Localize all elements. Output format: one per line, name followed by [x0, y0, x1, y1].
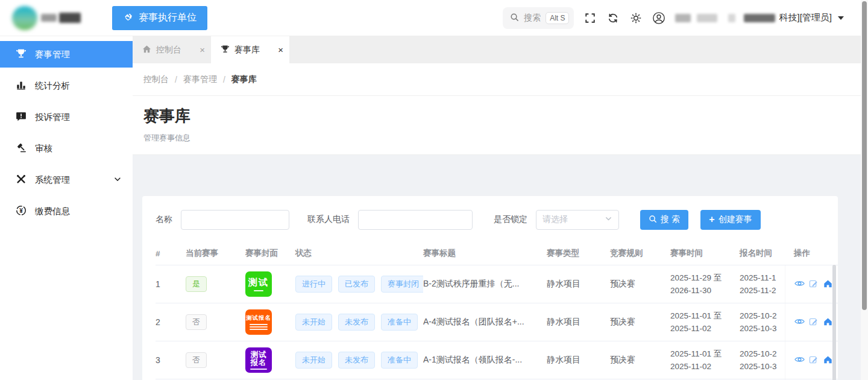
content-area: 名称 联系人电话 是否锁定 请选择 搜: [133, 189, 861, 380]
row-index: 1: [156, 279, 186, 289]
event-time: 2025-11-01 至2025-11-02: [670, 309, 740, 335]
top-header: 赛事执行单位 搜索 Alt S: [0, 0, 868, 36]
sidebar-item-payment[interactable]: ¥ 缴费信息: [0, 198, 133, 224]
caret-down-icon: [838, 16, 844, 20]
sidebar-item-label: 系统管理: [35, 174, 105, 186]
logo-mark: [12, 6, 37, 30]
plus-icon: +: [709, 215, 714, 224]
col-type: 赛事类型: [547, 242, 610, 265]
col-event-time: 赛事时间: [670, 242, 740, 265]
exec-unit-button[interactable]: 赛事执行单位: [112, 6, 207, 30]
complaint-bubble-icon: [16, 111, 27, 124]
handshake-icon: [123, 11, 134, 25]
event-cover[interactable]: 测试报名: [245, 347, 272, 373]
event-title: A-4测试报名（团队报名+...: [423, 317, 547, 328]
status-badge: 赛事封闭: [381, 276, 423, 293]
user-avatar-icon[interactable]: [652, 11, 665, 25]
col-title: 赛事标题: [423, 242, 547, 265]
status-badge: 已发布: [338, 276, 375, 293]
sidebar-item-event-management[interactable]: 赛事管理: [0, 41, 133, 68]
event-cover[interactable]: 测试报名: [245, 309, 272, 335]
table-row: 1 是 测试 进行中已发布赛事封闭 B-2测试秩序册重排（无... 静水项目 预…: [156, 265, 838, 303]
sidebar-item-label: 缴费信息: [35, 206, 122, 217]
view-icon[interactable]: [794, 355, 805, 366]
name-filter-input[interactable]: [181, 210, 289, 230]
competition-rule: 预决赛: [610, 279, 670, 290]
user-name-redacted: [728, 14, 735, 22]
select-placeholder: 请选择: [542, 214, 568, 225]
breadcrumb-item[interactable]: 赛事管理: [183, 74, 217, 85]
filter-bar: 名称 联系人电话 是否锁定 请选择 搜: [156, 209, 838, 230]
row-actions: [785, 303, 838, 341]
theme-brightness-icon[interactable]: [629, 11, 643, 25]
search-icon: [510, 13, 519, 24]
global-search[interactable]: 搜索 Alt S: [503, 7, 574, 29]
search-icon: [649, 215, 657, 225]
trophy-icon: [16, 48, 27, 61]
user-menu[interactable]: 科技][管理员]: [675, 12, 844, 24]
event-type: 静水项目: [547, 355, 610, 366]
sidebar-item-system[interactable]: 系统管理: [0, 166, 133, 193]
sidebar-item-label: 统计分析: [35, 80, 122, 92]
tab-event-library[interactable]: 赛事库 ×: [211, 36, 289, 63]
col-actions: 操作: [785, 242, 838, 265]
user-name-redacted: [697, 14, 717, 22]
tab-console[interactable]: 控制台 ×: [133, 36, 211, 63]
search-placeholder: 搜索: [524, 13, 541, 24]
fullscreen-icon[interactable]: [583, 11, 597, 25]
close-icon[interactable]: ×: [200, 45, 205, 54]
breadcrumb-separator: /: [223, 75, 225, 84]
status-badge: 准备中: [381, 352, 418, 369]
event-title: B-2测试秩序册重排（无...: [423, 279, 547, 290]
registration-time: 2025-10-22025-10-3: [740, 347, 785, 373]
edit-icon[interactable]: [809, 279, 819, 290]
chevron-down-icon: [605, 215, 612, 224]
view-icon[interactable]: [794, 317, 805, 328]
gavel-icon: [16, 142, 27, 155]
event-time: 2025-11-01 至2025-11-02: [670, 347, 740, 373]
status-badge: 进行中: [295, 276, 332, 293]
competition-rule: 预决赛: [610, 317, 670, 328]
search-button[interactable]: 搜 索: [640, 210, 688, 230]
sidebar-item-label: 赛事管理: [35, 49, 122, 60]
table-scrollbar[interactable]: [832, 265, 836, 380]
registration-time: 2025-11-12025-11-2: [740, 271, 785, 297]
close-icon[interactable]: ×: [278, 45, 283, 54]
view-icon[interactable]: [794, 279, 805, 290]
phone-filter-input[interactable]: [358, 210, 473, 230]
edit-icon[interactable]: [809, 355, 819, 366]
create-event-button[interactable]: + 创建赛事: [700, 210, 761, 230]
breadcrumb-item[interactable]: 控制台: [143, 74, 169, 85]
logo-text-redacted: [41, 14, 57, 22]
table-row: 3 否 测试报名 未开始未发布准备中 A-1测试报名（领队报名-... 静水项目…: [156, 341, 838, 379]
tab-label: 赛事库: [234, 45, 273, 55]
svg-text:¥: ¥: [19, 207, 23, 214]
breadcrumb-separator: /: [175, 75, 177, 84]
row-index: 3: [156, 355, 186, 365]
page-scrollbar-thumb[interactable]: [862, 1, 867, 310]
current-event-badge: 是: [186, 276, 207, 292]
status-tags: 未开始未发布准备中: [295, 352, 423, 369]
col-reg-time: 报名时间: [740, 242, 785, 265]
bar-chart-icon: [16, 80, 27, 92]
tab-bar: 控制台 × 赛事库 ×: [133, 36, 861, 63]
sidebar-item-label: 投诉管理: [35, 112, 122, 123]
event-type: 静水项目: [547, 317, 610, 328]
sidebar-item-statistics[interactable]: 统计分析: [0, 72, 133, 99]
refresh-icon[interactable]: [606, 11, 620, 25]
logo-text-redacted: [59, 13, 81, 23]
event-cover[interactable]: 测试: [245, 271, 272, 297]
sidebar-item-complaints[interactable]: 投诉管理: [0, 104, 133, 130]
main-area: 控制台 × 赛事库 × 控制台 / 赛事管理 / 赛事库 赛事库 管理赛事信: [133, 36, 861, 380]
current-event-badge: 否: [186, 314, 207, 330]
edit-icon[interactable]: [809, 317, 819, 328]
col-rule: 竞赛规则: [610, 242, 670, 265]
status-badge: 未开始: [295, 352, 332, 369]
lock-filter-select[interactable]: 请选择: [536, 210, 619, 230]
page-scrollbar[interactable]: [861, 0, 868, 380]
search-shortcut-badge: Alt S: [546, 12, 569, 24]
col-cover: 赛事封面: [245, 242, 295, 265]
sidebar-item-audit[interactable]: 审核: [0, 135, 133, 162]
event-time: 2025-11-29 至2026-11-30: [670, 271, 740, 297]
create-button-label: 创建赛事: [719, 214, 752, 225]
